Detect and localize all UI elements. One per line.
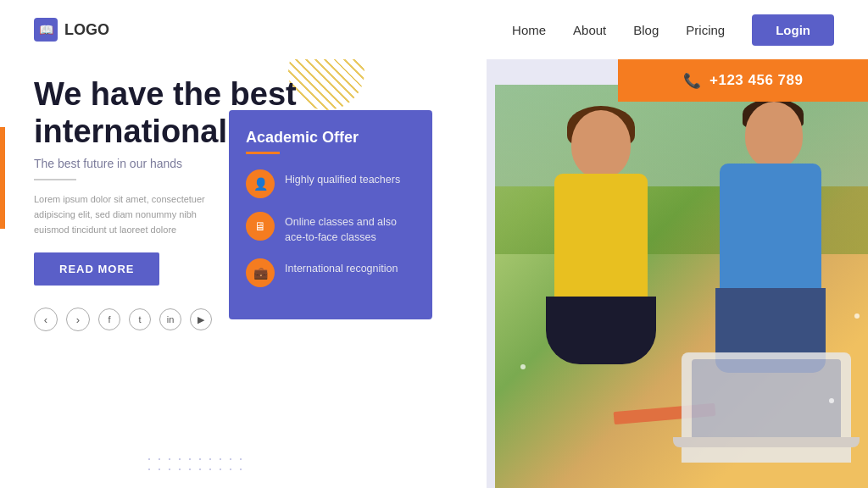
offer-item-3: 💼 International recognition: [246, 258, 415, 287]
navigation: 📖 LOGO Home About Blog Pricing Login: [0, 0, 868, 59]
offer-icon-recognition: 💼: [246, 258, 275, 287]
students-photo: [495, 85, 868, 488]
nav-links: Home About Blog Pricing Login: [512, 14, 834, 46]
lorem-text: Lorem ipsum dolor sit amet, consectetuer…: [34, 192, 220, 237]
main-content: We have the best international education…: [0, 59, 868, 488]
laptop-screen: [692, 359, 841, 447]
girl-head: [571, 110, 631, 178]
boy-head: [745, 102, 803, 168]
boy-body: [720, 164, 821, 299]
sparkle-2: [854, 313, 860, 319]
offer-text-recognition: International recognition: [285, 258, 398, 277]
girl-body: [554, 174, 648, 309]
offer-item-1: 👤 Highly qualified teachers: [246, 169, 415, 198]
next-arrow[interactable]: ›: [66, 308, 90, 331]
nav-blog[interactable]: Blog: [633, 23, 659, 37]
academic-underline: [246, 152, 280, 154]
logo: 📖 LOGO: [34, 18, 109, 42]
laptop: [682, 352, 851, 463]
offer-icon-online: 🖥: [246, 212, 275, 241]
girl-figure: [529, 110, 682, 432]
logo-text: LOGO: [64, 21, 109, 39]
offer-text-online: Online classes and also ace-to-face clas…: [285, 212, 415, 245]
phone-icon: 📞: [683, 72, 702, 90]
social-twitter[interactable]: t: [129, 308, 151, 330]
girl-skirt: [546, 297, 656, 364]
read-more-button[interactable]: READ MORE: [34, 252, 159, 286]
offer-icon-teacher: 👤: [246, 169, 275, 198]
phone-number: +123 456 789: [709, 72, 803, 89]
login-button[interactable]: Login: [752, 14, 834, 46]
divider: [34, 179, 76, 180]
logo-icon: 📖: [34, 18, 58, 42]
phone-bar[interactable]: 📞 +123 456 789: [618, 59, 868, 102]
laptop-base: [673, 437, 860, 447]
social-youtube[interactable]: ▶: [190, 308, 212, 330]
offer-item-2: 🖥 Online classes and also ace-to-face cl…: [246, 212, 415, 245]
sparkle-1: [520, 364, 526, 369]
nav-about[interactable]: About: [573, 23, 606, 37]
social-facebook[interactable]: f: [98, 308, 120, 330]
prev-arrow[interactable]: ‹: [34, 308, 58, 331]
academic-offer-card: Academic Offer 👤 Highly qualified teache…: [229, 110, 432, 319]
right-panel: 📞 +123 456 789: [487, 59, 868, 488]
sparkle-3: [829, 398, 834, 403]
left-accent-bar: [0, 127, 5, 229]
offer-text-teacher: Highly qualified teachers: [285, 169, 400, 188]
nav-home[interactable]: Home: [512, 23, 546, 37]
nav-pricing[interactable]: Pricing: [686, 23, 725, 37]
academic-title: Academic Offer: [246, 129, 415, 147]
social-linkedin[interactable]: in: [159, 308, 181, 330]
